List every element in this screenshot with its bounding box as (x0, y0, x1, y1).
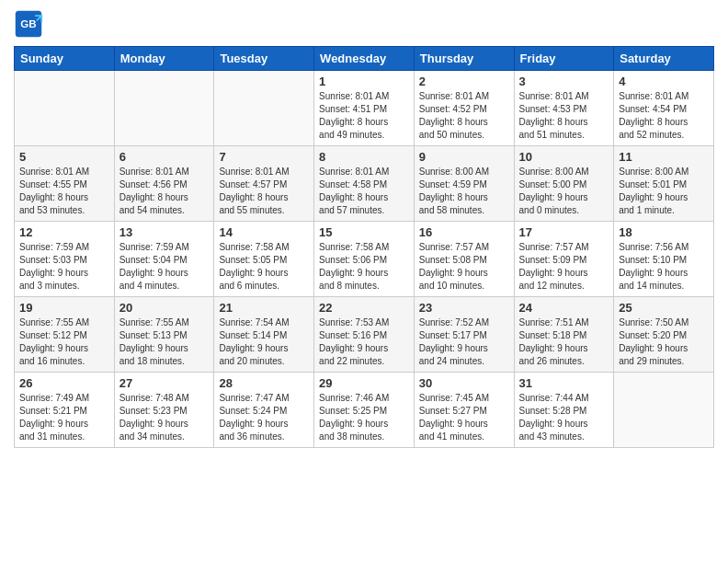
svg-text:GB: GB (20, 18, 36, 29)
calendar-week-4: 19Sunrise: 7:55 AM Sunset: 5:12 PM Dayli… (15, 297, 714, 373)
day-info: Sunrise: 8:01 AM Sunset: 4:52 PM Dayligh… (419, 90, 509, 142)
day-number: 5 (19, 150, 109, 164)
day-info: Sunrise: 8:00 AM Sunset: 5:01 PM Dayligh… (619, 166, 709, 217)
day-info: Sunrise: 8:01 AM Sunset: 4:53 PM Dayligh… (519, 90, 609, 142)
calendar-cell: 26Sunrise: 7:49 AM Sunset: 5:21 PM Dayli… (15, 373, 115, 448)
header-tuesday: Tuesday (214, 47, 314, 71)
calendar-cell: 12Sunrise: 7:59 AM Sunset: 5:03 PM Dayli… (15, 222, 115, 297)
day-number: 24 (519, 301, 609, 315)
calendar-cell: 11Sunrise: 8:00 AM Sunset: 5:01 PM Dayli… (614, 146, 714, 222)
calendar-week-1: 1Sunrise: 8:01 AM Sunset: 4:51 PM Daylig… (15, 71, 714, 146)
day-info: Sunrise: 7:58 AM Sunset: 5:05 PM Dayligh… (219, 241, 309, 293)
calendar-cell: 29Sunrise: 7:46 AM Sunset: 5:25 PM Dayli… (314, 373, 415, 448)
day-info: Sunrise: 7:54 AM Sunset: 5:14 PM Dayligh… (219, 316, 309, 368)
day-info: Sunrise: 8:00 AM Sunset: 5:00 PM Dayligh… (519, 166, 609, 217)
day-number: 10 (519, 150, 609, 164)
day-number: 22 (319, 301, 409, 315)
calendar-cell: 27Sunrise: 7:48 AM Sunset: 5:23 PM Dayli… (114, 373, 214, 448)
header-wednesday: Wednesday (314, 47, 415, 71)
day-info: Sunrise: 7:58 AM Sunset: 5:06 PM Dayligh… (319, 241, 409, 293)
calendar-cell: 18Sunrise: 7:56 AM Sunset: 5:10 PM Dayli… (614, 222, 714, 297)
day-info: Sunrise: 7:55 AM Sunset: 5:12 PM Dayligh… (19, 316, 109, 368)
calendar-cell: 17Sunrise: 7:57 AM Sunset: 5:09 PM Dayli… (514, 222, 614, 297)
calendar-cell: 31Sunrise: 7:44 AM Sunset: 5:28 PM Dayli… (514, 373, 614, 448)
calendar-cell: 3Sunrise: 8:01 AM Sunset: 4:53 PM Daylig… (514, 71, 614, 146)
day-info: Sunrise: 7:57 AM Sunset: 5:09 PM Dayligh… (519, 241, 609, 293)
day-number: 9 (419, 150, 509, 164)
day-number: 23 (419, 301, 509, 315)
day-info: Sunrise: 7:44 AM Sunset: 5:28 PM Dayligh… (519, 392, 609, 443)
calendar-cell: 15Sunrise: 7:58 AM Sunset: 5:06 PM Dayli… (314, 222, 415, 297)
day-number: 11 (619, 150, 709, 164)
day-number: 6 (119, 150, 210, 164)
calendar-cell: 23Sunrise: 7:52 AM Sunset: 5:17 PM Dayli… (414, 297, 514, 373)
calendar-cell: 5Sunrise: 8:01 AM Sunset: 4:55 PM Daylig… (15, 146, 115, 222)
day-info: Sunrise: 7:57 AM Sunset: 5:08 PM Dayligh… (419, 241, 509, 293)
calendar-cell (614, 373, 714, 448)
day-number: 19 (19, 301, 109, 315)
calendar-cell: 4Sunrise: 8:01 AM Sunset: 4:54 PM Daylig… (614, 71, 714, 146)
day-number: 1 (319, 75, 409, 88)
calendar-cell: 2Sunrise: 8:01 AM Sunset: 4:52 PM Daylig… (414, 71, 514, 146)
day-info: Sunrise: 7:51 AM Sunset: 5:18 PM Dayligh… (519, 316, 609, 368)
day-number: 27 (119, 376, 210, 390)
day-number: 14 (219, 225, 309, 239)
calendar-cell: 19Sunrise: 7:55 AM Sunset: 5:12 PM Dayli… (15, 297, 115, 373)
calendar-week-2: 5Sunrise: 8:01 AM Sunset: 4:55 PM Daylig… (15, 146, 714, 222)
day-info: Sunrise: 8:01 AM Sunset: 4:51 PM Dayligh… (319, 90, 409, 142)
day-info: Sunrise: 7:45 AM Sunset: 5:27 PM Dayligh… (419, 392, 509, 443)
calendar-cell: 16Sunrise: 7:57 AM Sunset: 5:08 PM Dayli… (414, 222, 514, 297)
calendar-cell: 24Sunrise: 7:51 AM Sunset: 5:18 PM Dayli… (514, 297, 614, 373)
day-info: Sunrise: 8:01 AM Sunset: 4:54 PM Dayligh… (619, 90, 709, 142)
calendar-cell: 7Sunrise: 8:01 AM Sunset: 4:57 PM Daylig… (214, 146, 314, 222)
calendar-table: SundayMondayTuesdayWednesdayThursdayFrid… (14, 46, 714, 448)
day-number: 4 (619, 75, 709, 88)
day-number: 18 (619, 225, 709, 239)
day-number: 21 (219, 301, 309, 315)
header-sunday: Sunday (15, 47, 115, 71)
day-number: 17 (519, 225, 609, 239)
calendar-week-3: 12Sunrise: 7:59 AM Sunset: 5:03 PM Dayli… (15, 222, 714, 297)
day-info: Sunrise: 7:59 AM Sunset: 5:04 PM Dayligh… (119, 241, 210, 293)
calendar-cell: 21Sunrise: 7:54 AM Sunset: 5:14 PM Dayli… (214, 297, 314, 373)
day-info: Sunrise: 7:56 AM Sunset: 5:10 PM Dayligh… (619, 241, 709, 293)
calendar-cell: 30Sunrise: 7:45 AM Sunset: 5:27 PM Dayli… (414, 373, 514, 448)
day-number: 29 (319, 376, 409, 390)
calendar-cell: 22Sunrise: 7:53 AM Sunset: 5:16 PM Dayli… (314, 297, 415, 373)
day-info: Sunrise: 7:55 AM Sunset: 5:13 PM Dayligh… (119, 316, 210, 368)
calendar-cell: 28Sunrise: 7:47 AM Sunset: 5:24 PM Dayli… (214, 373, 314, 448)
calendar-cell: 13Sunrise: 7:59 AM Sunset: 5:04 PM Dayli… (114, 222, 214, 297)
header-saturday: Saturday (614, 47, 714, 71)
calendar-cell: 6Sunrise: 8:01 AM Sunset: 4:56 PM Daylig… (114, 146, 214, 222)
calendar-week-5: 26Sunrise: 7:49 AM Sunset: 5:21 PM Dayli… (15, 373, 714, 448)
day-number: 2 (419, 75, 509, 88)
day-number: 28 (219, 376, 309, 390)
day-info: Sunrise: 8:00 AM Sunset: 4:59 PM Dayligh… (419, 166, 509, 217)
day-info: Sunrise: 7:53 AM Sunset: 5:16 PM Dayligh… (319, 316, 409, 368)
day-number: 16 (419, 225, 509, 239)
day-info: Sunrise: 7:49 AM Sunset: 5:21 PM Dayligh… (19, 392, 109, 443)
calendar-cell: 14Sunrise: 7:58 AM Sunset: 5:05 PM Dayli… (214, 222, 314, 297)
day-number: 26 (19, 376, 109, 390)
page-header: GB (14, 9, 714, 39)
day-number: 30 (419, 376, 509, 390)
logo: GB (14, 9, 47, 39)
day-info: Sunrise: 7:47 AM Sunset: 5:24 PM Dayligh… (219, 392, 309, 443)
day-info: Sunrise: 7:46 AM Sunset: 5:25 PM Dayligh… (319, 392, 409, 443)
day-number: 7 (219, 150, 309, 164)
day-number: 15 (319, 225, 409, 239)
header-friday: Friday (514, 47, 614, 71)
calendar-cell: 9Sunrise: 8:00 AM Sunset: 4:59 PM Daylig… (414, 146, 514, 222)
day-info: Sunrise: 7:59 AM Sunset: 5:03 PM Dayligh… (19, 241, 109, 293)
day-info: Sunrise: 7:52 AM Sunset: 5:17 PM Dayligh… (419, 316, 509, 368)
day-number: 12 (19, 225, 109, 239)
day-number: 20 (119, 301, 210, 315)
header-thursday: Thursday (414, 47, 514, 71)
day-number: 25 (619, 301, 709, 315)
day-info: Sunrise: 8:01 AM Sunset: 4:55 PM Dayligh… (19, 166, 109, 217)
calendar-cell (15, 71, 115, 146)
calendar-cell: 25Sunrise: 7:50 AM Sunset: 5:20 PM Dayli… (614, 297, 714, 373)
day-number: 8 (319, 150, 409, 164)
calendar-cell: 1Sunrise: 8:01 AM Sunset: 4:51 PM Daylig… (314, 71, 415, 146)
calendar-cell: 10Sunrise: 8:00 AM Sunset: 5:00 PM Dayli… (514, 146, 614, 222)
